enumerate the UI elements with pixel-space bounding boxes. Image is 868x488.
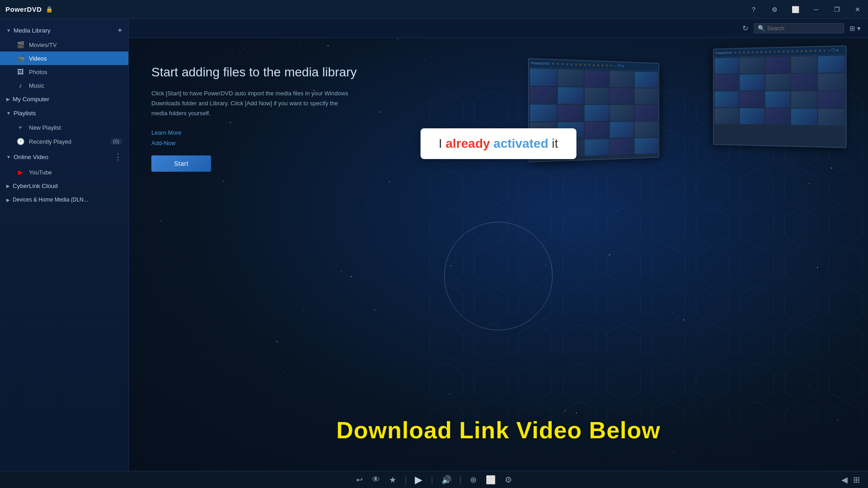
youtube-icon: ▶ (16, 169, 24, 176)
add-media-button[interactable]: + (118, 26, 122, 34)
window-button[interactable]: ⬜ (785, 0, 806, 19)
content-area: ↻ 🔍 ⊞ ▾ (129, 19, 868, 471)
sidebar-item-photos[interactable]: 🖼 Photos (0, 65, 128, 79)
playlists-header[interactable]: ▼ Playlists (0, 106, 128, 120)
cyberlink-chevron: ▶ (6, 183, 10, 188)
close-button[interactable]: ✕ (847, 0, 868, 19)
videos-icon: 📹 (16, 55, 24, 62)
photos-icon: 🖼 (16, 68, 24, 75)
main-content: Start adding files to the media library … (129, 38, 868, 471)
player-eye-button[interactable]: 👁 (371, 475, 381, 484)
online-video-label: Online Video (14, 154, 48, 160)
minimize-button[interactable]: ─ (806, 0, 826, 19)
overlay-word2: activated (493, 136, 548, 150)
title-bar-controls: ? ⚙ ⬜ ─ ❐ ✕ (743, 0, 868, 19)
overlay-prefix: I (439, 136, 446, 150)
devices-label: Devices & Home Media (DLN... (13, 197, 88, 203)
welcome-title: Start adding files to the media library (151, 65, 845, 80)
restore-button[interactable]: ❐ (826, 0, 847, 19)
player-right-controls: ◀ ⊞ (840, 475, 861, 485)
yellow-banner: Download Link Video Below (129, 417, 868, 444)
app-title: PowerDVD (5, 5, 42, 13)
music-icon: ♪ (16, 82, 24, 89)
media-library-header[interactable]: ▼ Media Library + (0, 23, 128, 38)
player-expand-button[interactable]: ⊞ (852, 475, 861, 485)
movies-icon: 🎬 (16, 41, 24, 48)
new-playlist-icon: ＋ (16, 123, 24, 131)
playlists-label: Playlists (14, 110, 36, 117)
sidebar-item-music[interactable]: ♪ Music (0, 79, 128, 92)
media-library-chevron: ▼ (6, 28, 11, 33)
online-video-chevron: ▼ (6, 155, 11, 160)
online-video-header[interactable]: ▼ Online Video ⋮ (0, 148, 128, 165)
videos-label: Videos (29, 55, 47, 62)
player-volume-button[interactable]: 🔊 (441, 475, 452, 485)
add-now-link[interactable]: Add-Now (151, 140, 175, 146)
overlay-word1: already (446, 136, 490, 150)
photos-label: Photos (29, 69, 47, 75)
player-display-button[interactable]: ⬜ (485, 475, 497, 485)
grid-view-icon: ⊞ (849, 24, 855, 33)
player-play-button[interactable]: ▶ (414, 474, 423, 486)
devices-chevron: ▶ (6, 197, 10, 202)
lock-icon: 🔒 (46, 6, 53, 13)
sidebar-item-new-playlist[interactable]: ＋ New Playlist (0, 120, 128, 135)
title-bar-left: PowerDVD 🔒 (5, 5, 53, 13)
devices-header[interactable]: ▶ Devices & Home Media (DLN... (0, 193, 128, 206)
view-chevron-icon: ▾ (857, 24, 861, 33)
player-divider-3: | (460, 474, 462, 485)
player-zoom-button[interactable]: ⊕ (469, 475, 478, 485)
player-side-button[interactable]: ◀ (840, 475, 849, 485)
help-button[interactable]: ? (743, 0, 764, 19)
my-computer-label: My Computer (13, 96, 49, 103)
center-circle (444, 222, 553, 330)
sidebar-item-videos[interactable]: 📹 Videos (0, 52, 128, 65)
settings-button[interactable]: ⚙ (764, 0, 785, 19)
search-box: 🔍 (754, 23, 844, 33)
sidebar-item-recently-played[interactable]: 🕐 Recently Played (0) (0, 135, 128, 148)
learn-more-link[interactable]: Learn More (151, 129, 181, 136)
content-topbar: ↻ 🔍 ⊞ ▾ (129, 19, 868, 38)
search-icon: 🔍 (758, 25, 765, 32)
start-button[interactable]: Start (151, 155, 211, 172)
main-layout: ▼ Media Library + 🎬 Movies/TV 📹 Videos 🖼… (0, 19, 868, 471)
refresh-button[interactable]: ↻ (742, 24, 748, 33)
my-computer-chevron: ▶ (6, 97, 10, 102)
sidebar-item-movies-tv[interactable]: 🎬 Movies/TV (0, 38, 128, 52)
new-playlist-label: New Playlist (29, 124, 61, 131)
cyberlink-cloud-header[interactable]: ▶ CyberLink Cloud (0, 179, 128, 193)
welcome-description: Click [Start] to have PowerDVD auto impo… (151, 89, 355, 118)
player-divider-1: | (404, 474, 407, 485)
title-bar: PowerDVD 🔒 ? ⚙ ⬜ ─ ❐ ✕ (0, 0, 868, 19)
sidebar-item-youtube[interactable]: ▶ YouTube (0, 165, 128, 179)
player-bar: ↩ 👁 ★ | ▶ | 🔊 | ⊕ ⬜ ⚙ ◀ ⊞ (0, 471, 868, 488)
cyberlink-cloud-label: CyberLink Cloud (13, 183, 58, 189)
recently-played-icon: 🕐 (16, 138, 24, 145)
activated-overlay: I already activated it (421, 128, 577, 159)
player-divider-2: | (431, 474, 433, 485)
media-library-label: Media Library (14, 27, 51, 34)
player-bookmark-button[interactable]: ★ (388, 475, 397, 485)
view-toggle[interactable]: ⊞ ▾ (849, 24, 861, 33)
youtube-label: YouTube (29, 169, 52, 176)
online-video-more[interactable]: ⋮ (114, 152, 122, 162)
player-settings-button[interactable]: ⚙ (504, 475, 513, 485)
movies-tv-label: Movies/TV (29, 42, 56, 48)
my-computer-header[interactable]: ▶ My Computer (0, 92, 128, 106)
recently-played-badge: (0) (111, 138, 122, 145)
sidebar: ▼ Media Library + 🎬 Movies/TV 📹 Videos 🖼… (0, 19, 129, 471)
music-label: Music (29, 82, 44, 89)
playlists-chevron: ▼ (6, 111, 11, 116)
overlay-suffix: it (549, 136, 558, 150)
search-input[interactable] (767, 25, 840, 32)
recently-played-label: Recently Played (29, 138, 71, 145)
player-back-button[interactable]: ↩ (355, 475, 364, 485)
